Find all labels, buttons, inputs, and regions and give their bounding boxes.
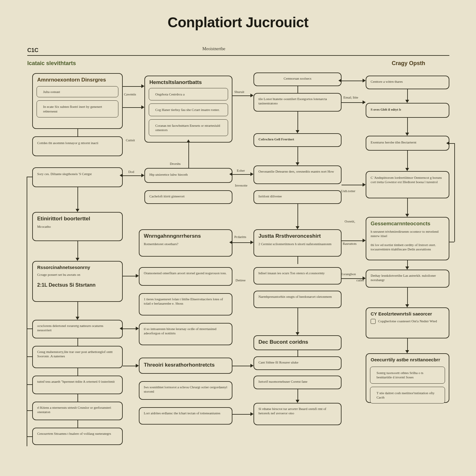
- edge: [298, 257, 298, 264]
- edge: [27, 410, 32, 411]
- col4-box6: CY Eeolzrtewnrtsli saeorcer Copgherlotse…: [366, 307, 449, 338]
- col4-box0: Centtore a wittrn thares: [366, 76, 449, 89]
- col1-stack-0: ocsclorens delertonel rorarertg natteurn…: [32, 320, 123, 338]
- edge: [342, 185, 363, 185]
- edge-label: Eorangbon: [341, 272, 356, 276]
- edge: [123, 86, 141, 87]
- edge: [449, 242, 454, 242]
- arrow-down-icon: [296, 226, 299, 229]
- section-left: Icataic slevithtarts: [27, 60, 76, 67]
- arrow-left-icon: [338, 79, 342, 82]
- col4-box7-title: Oeecurrtily astbe nrsttanoecbrr: [366, 354, 449, 364]
- edge-label: Cuttsit: [126, 138, 135, 142]
- col2-stack-4: Iws sosnitthtet lorrnorot a scbrou Chrur…: [139, 381, 232, 400]
- col2-box1: Hemctsltslanortbatts Ongrbota Cestrdrcu …: [144, 76, 232, 143]
- col3-box5-title: Justta Rrsthveronceshirt: [254, 230, 341, 240]
- edge: [232, 95, 250, 96]
- section-right: Cragy Opsth: [392, 60, 425, 67]
- edge: [407, 151, 408, 168]
- col2-box4: Wnrngahnngnrrhersns Rotnertdetoret otoet…: [139, 229, 232, 257]
- rule-top: [27, 55, 449, 56]
- edge: [407, 118, 408, 133]
- edge: [123, 366, 136, 366]
- edge: [407, 89, 408, 100]
- edge: [188, 143, 189, 168]
- edge-label: Invesotte: [235, 183, 247, 187]
- edge: [298, 350, 298, 356]
- col3-box1: tile Lonot htatette oosntilert Esongorto…: [253, 93, 342, 112]
- edge: [232, 174, 250, 175]
- edge: [77, 420, 78, 428]
- edge: [454, 143, 455, 242]
- edge-label: Rasruttots: [343, 242, 357, 245]
- col1-box5-title: Rssorcinahnetsesonrny: [33, 262, 122, 271]
- arrow-down-icon: [76, 258, 79, 261]
- arrow-right-icon: [136, 364, 139, 368]
- edge-label: Eoher: [237, 169, 245, 172]
- arrow-left-icon: [120, 174, 123, 177]
- col4-box6-title: CY Eeolzrtewnrtsli saeorcer: [366, 308, 449, 318]
- arrow-down-icon: [76, 317, 79, 320]
- edge: [298, 147, 298, 162]
- edge: [232, 242, 250, 243]
- checkbox-icon: [371, 319, 376, 324]
- col4-box4: Gessemcarnnteoconcts h snrunret trivhmir…: [366, 217, 449, 260]
- edge: [77, 302, 78, 317]
- edge: [27, 177, 27, 446]
- edge: [123, 328, 136, 329]
- edge: [123, 276, 136, 276]
- col1-box5-title2: 2:1L Dectsus Si Stsrtann: [33, 280, 122, 289]
- edge-label: Cawmtis: [124, 92, 136, 96]
- col1-box1: Amnrnoexontorn Dinsrgres Julta ooteast I…: [32, 73, 123, 129]
- col3-box0: Cemnorsan soolsecs: [253, 73, 342, 86]
- edge: [123, 175, 141, 176]
- col3-box3: Oeronantlie Detearnn ders, oresnedtis es…: [253, 165, 342, 184]
- edge-label: Shuruit: [234, 90, 244, 94]
- edge: [77, 394, 78, 402]
- edge-label: Ustb.totter: [341, 189, 355, 193]
- arrow-right-icon: [141, 105, 144, 109]
- edge: [123, 107, 141, 108]
- label-cic: C1C: [27, 47, 38, 54]
- edge: [232, 414, 250, 415]
- edge: [27, 356, 32, 357]
- arrow-down-icon: [405, 350, 409, 353]
- edge: [27, 328, 32, 329]
- arrow-down-icon: [296, 400, 299, 403]
- col1-stack-2: tuttnf tess anaeth "hpernnet ttdite A or…: [32, 376, 123, 394]
- arrow-right-icon: [136, 274, 139, 278]
- col2-box3: Cacheloft itirrtt gimeerort: [144, 190, 232, 204]
- arrow-right-icon: [141, 84, 144, 88]
- edge: [407, 260, 408, 267]
- arrow-left-icon: [229, 240, 232, 244]
- arrow-down-icon: [296, 332, 299, 335]
- edge: [77, 241, 78, 258]
- col2-small-top: Drorshs: [170, 162, 181, 165]
- edge: [449, 143, 454, 144]
- arrow-down-icon: [405, 133, 409, 136]
- arrow-right-icon: [141, 174, 144, 177]
- edge: [342, 102, 363, 103]
- edge-label: Ensal; Itite: [343, 95, 358, 99]
- edge: [27, 177, 32, 177]
- arrow-right-icon: [363, 239, 366, 242]
- col4-box3: C 'Andnpittorom lordrertiittnor Oenternc…: [366, 171, 449, 198]
- edge: [407, 288, 408, 304]
- col3-box8: Dec Bucont coridns: [253, 335, 342, 350]
- edge: [232, 366, 250, 366]
- arrow-right-icon: [363, 79, 366, 82]
- edge-label: Dod: [128, 170, 134, 174]
- arrow-down-icon: [296, 162, 299, 165]
- col1-box1-l1: In ecate Six subten floetri inert by gen…: [37, 100, 118, 117]
- arrow-right-icon: [363, 100, 366, 104]
- col1-box1-sub: Julta ooteast: [37, 86, 118, 97]
- col3-box7: Narmhpresuntorhin onsgts of beedonarort …: [253, 291, 342, 308]
- col2-stack-title: Threoiri kesrathorhontretcts: [139, 358, 232, 374]
- col1-stack-1: Cessg mubenstorry,lite trar oser post ar…: [32, 346, 123, 368]
- arrow-down-icon: [296, 130, 299, 133]
- edge: [77, 368, 78, 376]
- col3-box6: hdisel insaun ies ocurs Ton otencs el.co…: [253, 267, 342, 284]
- edge: [77, 129, 78, 136]
- edge: [27, 436, 32, 437]
- col3-box11: Sl rdtatse birscrot tur arrortrr Iheard …: [253, 403, 342, 425]
